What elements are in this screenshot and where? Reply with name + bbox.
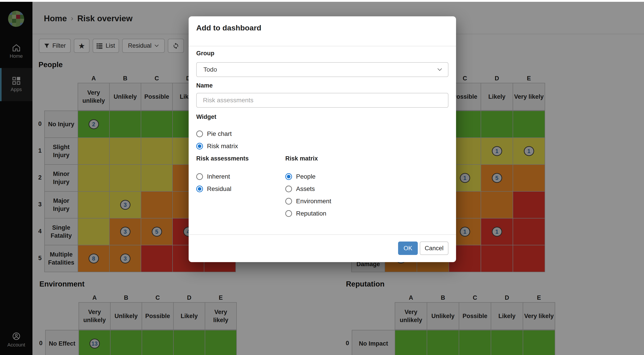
dialog-footer-divider [189, 234, 456, 235]
top-edge-strip [0, 0, 644, 2]
cancel-button[interactable]: Cancel [420, 242, 448, 255]
radio-option-risk-matrix[interactable]: Risk matrix [196, 142, 238, 150]
matrix-radio-group: PeopleAssetsEnvironmentReputation [285, 173, 331, 222]
radio-selected-icon[interactable] [196, 143, 203, 150]
name-field-label: Name [196, 82, 213, 89]
radio-option-inherent[interactable]: Inherent [196, 173, 231, 180]
dialog-header-divider [189, 46, 456, 46]
radio-unselected-icon[interactable] [196, 130, 203, 137]
radio-option-label: People [296, 173, 316, 180]
radio-option-pie-chart[interactable]: Pie chart [196, 130, 238, 138]
radio-option-label: Assets [296, 185, 315, 192]
risk-assessments-section-label: Risk assessments [196, 155, 248, 162]
radio-option-reputation[interactable]: Reputation [285, 210, 331, 217]
radio-selected-icon[interactable] [285, 173, 292, 180]
radio-unselected-icon[interactable] [285, 186, 292, 192]
radio-option-label: Environment [296, 198, 331, 205]
radio-option-label: Inherent [207, 173, 230, 180]
radio-selected-icon[interactable] [196, 186, 203, 192]
radio-option-label: Reputation [296, 210, 326, 217]
group-field-label: Group [196, 50, 214, 57]
risk-matrix-section-label: Risk matrix [285, 155, 318, 162]
widget-field-label: Widget [196, 114, 216, 120]
radio-option-label: Risk matrix [207, 142, 238, 150]
widget-radio-group: Pie chartRisk matrix [196, 130, 238, 155]
radio-option-label: Pie chart [207, 130, 232, 138]
radio-unselected-icon[interactable] [196, 173, 203, 180]
radio-option-environment[interactable]: Environment [285, 198, 331, 205]
assessment-radio-group: InherentResidual [196, 173, 231, 198]
dialog-title: Add to dashboard [196, 24, 261, 32]
name-input[interactable] [196, 93, 448, 108]
radio-unselected-icon[interactable] [285, 198, 292, 204]
add-to-dashboard-dialog: Add to dashboard Group Todo Name Widget … [189, 16, 456, 262]
radio-unselected-icon[interactable] [285, 210, 292, 217]
ok-button[interactable]: OK [398, 242, 418, 255]
group-select-value: Todo [204, 66, 217, 73]
chevron-down-icon [437, 68, 442, 71]
radio-option-residual[interactable]: Residual [196, 185, 231, 193]
radio-option-people[interactable]: People [285, 173, 331, 180]
group-select[interactable]: Todo [196, 62, 448, 77]
radio-option-assets[interactable]: Assets [285, 185, 331, 193]
radio-option-label: Residual [207, 185, 231, 192]
